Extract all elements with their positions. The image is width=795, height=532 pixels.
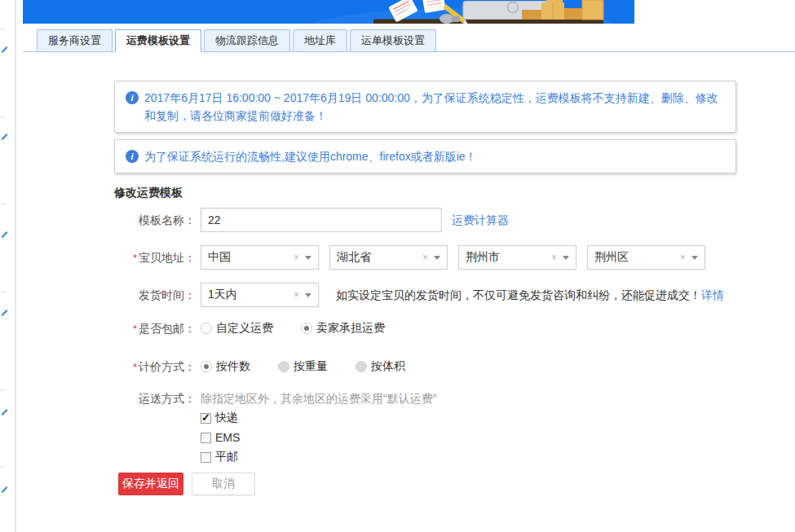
- delivery-time-row: 发货时间： 1天内 × 如实设定宝贝的发货时间，不仅可避免发货咨询和纠纷，还能促…: [114, 283, 783, 307]
- free-shipping-row: *是否包邮： 自定义运费 卖家承担运费: [114, 320, 783, 336]
- tab-list: 服务商设置 运费模板设置 物流跟踪信息 地址库 运单模板设置: [37, 29, 439, 52]
- sidebar-divider: [0, 467, 6, 468]
- sidebar-divider: [0, 292, 6, 292]
- tab-bar: 服务商设置 运费模板设置 物流跟踪信息 地址库 运单模板设置: [23, 29, 795, 52]
- radio-seller-pays-freight[interactable]: 卖家承担运费: [301, 321, 385, 336]
- promo-banner: [23, 0, 634, 24]
- tab-service-provider-settings[interactable]: 服务商设置: [37, 29, 113, 52]
- required-asterisk: *: [133, 323, 137, 335]
- freight-template-settings-page: 服务商设置 运费模板设置 物流跟踪信息 地址库 运单模板设置 i 2017年6月…: [0, 0, 795, 532]
- check-icon: [2, 310, 8, 316]
- cancel-button[interactable]: 取消: [192, 473, 255, 495]
- district-select[interactable]: 荆州区 ×: [587, 245, 705, 270]
- chevron-down-icon: [691, 256, 698, 260]
- sidebar-divider: [0, 117, 6, 117]
- tab-address-library[interactable]: 地址库: [293, 29, 347, 52]
- template-name-row: 模板名称： 运费计算器: [114, 208, 783, 232]
- delivery-time-label: 发货时间：: [114, 283, 196, 307]
- clear-icon[interactable]: ×: [680, 252, 686, 263]
- radio-icon: [201, 323, 212, 334]
- clear-icon[interactable]: ×: [551, 252, 557, 263]
- check-icon: [2, 46, 8, 53]
- freight-template-form: 模板名称： 运费计算器 *宝贝地址： 中国 × 湖北省 ×: [114, 208, 783, 495]
- browser-notice: i 为了保证系统运行的流畅性,建议使用chrome、firefox或者新版ie！: [114, 139, 736, 174]
- browser-notice-text: 为了保证系统运行的流畅性,建议使用chrome、firefox或者新版ie！: [144, 147, 477, 165]
- checkbox-express-row[interactable]: 快递: [201, 410, 436, 426]
- detail-link[interactable]: 详情: [701, 283, 724, 307]
- free-shipping-label: *是否包邮：: [114, 320, 196, 336]
- sidebar-divider: [0, 204, 6, 204]
- check-icon: [2, 409, 8, 415]
- chevron-down-icon: [305, 293, 311, 297]
- clear-icon[interactable]: ×: [422, 252, 428, 263]
- radio-by-weight[interactable]: 按重量: [278, 359, 328, 374]
- banner-illustration: [23, 0, 634, 24]
- city-select[interactable]: 荆州市 ×: [458, 245, 576, 270]
- radio-icon: [356, 361, 367, 372]
- required-asterisk: *: [133, 252, 137, 264]
- shipping-method-hint: 除指定地区外，其余地区的运费采用“默认运费”: [201, 390, 436, 407]
- checkbox-icon[interactable]: [201, 452, 211, 463]
- chevron-down-icon: [434, 256, 440, 260]
- template-name-label: 模板名称：: [114, 208, 196, 232]
- item-address-row: *宝贝地址： 中国 × 湖北省 × 荆州市 × 荆州区: [114, 245, 783, 270]
- checkbox-ems-row[interactable]: EMS: [201, 429, 436, 446]
- clear-icon[interactable]: ×: [294, 289, 299, 301]
- pricing-method-row: *计价方式： 按件数 按重量 按体积: [114, 358, 783, 375]
- check-icon: [2, 231, 8, 238]
- maintenance-notice: i 2017年6月17日 16:00:00 ~ 2017年6月19日 00:00…: [114, 81, 736, 133]
- form-actions: 保存并返回 取消: [118, 473, 783, 495]
- tab-logistics-tracking-info[interactable]: 物流跟踪信息: [204, 29, 290, 52]
- sidebar-divider: [0, 389, 6, 390]
- sidebar-divider: [0, 29, 6, 29]
- tab-freight-template-settings[interactable]: 运费模板设置: [115, 29, 201, 52]
- chevron-down-icon: [305, 256, 311, 260]
- radio-by-volume[interactable]: 按体积: [356, 359, 405, 374]
- delivery-time-select[interactable]: 1天内 ×: [201, 283, 319, 307]
- item-address-label: *宝贝地址：: [114, 245, 196, 270]
- pricing-method-label: *计价方式：: [114, 358, 196, 375]
- info-icon: i: [126, 150, 139, 163]
- shipping-method-row: 运送方式： 除指定地区外，其余地区的运费采用“默认运费” 快递 EMS 平邮: [114, 390, 783, 465]
- info-icon: i: [126, 91, 139, 104]
- province-select[interactable]: 湖北省 ×: [329, 245, 448, 270]
- tab-waybill-template-settings[interactable]: 运单模板设置: [350, 29, 436, 52]
- delivery-time-hint: 如实设定宝贝的发货时间，不仅可避免发货咨询和纠纷，还能促进成交！: [336, 283, 701, 307]
- save-and-return-button[interactable]: 保存并返回: [118, 473, 183, 495]
- shipping-method-label: 运送方式：: [114, 390, 196, 465]
- freight-calculator-link[interactable]: 运费计算器: [452, 208, 509, 232]
- clear-icon[interactable]: ×: [294, 252, 299, 263]
- maintenance-notice-text: 2017年6月17日 16:00:00 ~ 2017年6月19日 00:00:0…: [144, 89, 721, 125]
- page-title: 修改运费模板: [114, 186, 183, 200]
- cropped-sidebar: [0, 0, 16, 532]
- chevron-down-icon: [563, 256, 569, 260]
- radio-custom-freight[interactable]: 自定义运费: [201, 321, 273, 336]
- radio-icon: [278, 361, 289, 372]
- radio-icon: [201, 361, 212, 372]
- checkbox-icon[interactable]: [201, 413, 211, 424]
- check-icon: [2, 134, 8, 140]
- checkbox-icon[interactable]: [201, 433, 211, 443]
- country-select[interactable]: 中国 ×: [201, 245, 319, 270]
- required-asterisk: *: [133, 361, 137, 373]
- check-icon: [2, 486, 8, 493]
- template-name-input[interactable]: [201, 208, 442, 232]
- radio-icon: [301, 323, 312, 334]
- checkbox-surface-mail-row[interactable]: 平邮: [201, 449, 436, 465]
- radio-by-piece[interactable]: 按件数: [201, 359, 250, 374]
